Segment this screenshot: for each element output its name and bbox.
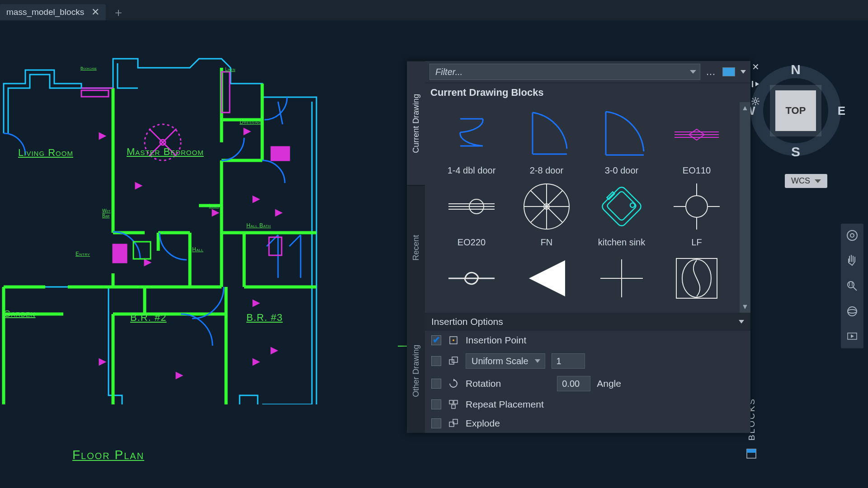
svg-line-72 [752,103,754,104]
side-tab-recent[interactable]: Recent [407,185,425,310]
room-label-living: Living Room [18,147,73,159]
pan-icon[interactable] [845,253,859,268]
palette-properties-icon[interactable] [745,447,758,462]
show-motion-icon[interactable] [845,329,859,344]
room-label-hall: Hall [192,246,203,253]
zoom-extents-icon[interactable] [845,279,859,293]
option-explode: Explode [425,414,750,433]
block-item-30-door[interactable]: 3-0 door [584,106,659,178]
room-label-hallbath: Hall Bath [246,222,271,229]
option-repeat: Repeat Placement [425,395,750,414]
side-tab-other-drawing[interactable]: Other Drawing [407,309,425,433]
block-item-kitchen-sink[interactable]: kitchen sink [584,178,659,249]
block-label: 3-0 door [605,165,639,176]
viewcube-north[interactable]: N [791,62,801,77]
svg-marker-63 [755,82,759,86]
scroll-up-icon[interactable]: ▲ [740,102,750,114]
block-label: FN [541,237,553,248]
svg-marker-44 [276,210,281,216]
room-label-bookcase: Bookcase [80,66,97,70]
room-label-dressing: Dressing [240,119,262,125]
explode-checkbox[interactable] [431,418,441,428]
repeat-checkbox[interactable] [431,399,441,409]
view-options-dropdown[interactable] [741,70,746,74]
block-item-28-door[interactable]: 2-8 door [509,106,584,178]
scroll-down-icon[interactable]: ▼ [740,301,750,313]
coordinate-system-dropdown[interactable]: WCS [785,174,827,188]
svg-marker-103 [529,260,565,296]
svg-marker-35 [99,133,105,139]
insertion-point-checkbox[interactable] [431,335,441,345]
rotation-label: Rotation [466,378,501,389]
chevron-down-icon[interactable] [690,70,696,74]
explode-label: Explode [466,418,500,429]
svg-marker-36 [136,183,141,188]
new-tab-button[interactable]: ＋ [110,4,127,20]
block-label: 2-8 door [530,165,564,176]
grid-scrollbar[interactable]: ▲ ▼ [740,102,750,313]
rotation-value-input[interactable]: 0.00 [557,376,590,391]
block-item-9[interactable] [434,249,509,311]
navigation-bar [841,224,863,348]
scale-icon [448,355,459,367]
block-item-eo110[interactable]: EO110 [659,106,734,178]
room-label-garden: Garden [4,309,36,319]
svg-marker-112 [453,379,455,381]
viewcube-south[interactable]: S [791,144,800,160]
repeat-icon [448,399,459,410]
scale-value-input[interactable]: 1 [552,353,585,369]
room-label-br2: B.R. #2 [130,312,166,324]
block-item-fn[interactable]: FN [509,178,584,249]
svg-rect-49 [271,147,289,160]
option-insertion-point: Insertion Point [425,331,750,350]
scale-checkbox[interactable] [431,356,441,366]
block-label: EO110 [683,165,711,176]
room-label-entry: Entry [75,251,90,257]
svg-point-64 [754,100,757,103]
insertion-point-icon [448,334,459,346]
svg-marker-42 [99,359,105,365]
svg-marker-39 [253,300,259,306]
document-tab[interactable]: mass_model_blocks ✕ [0,4,106,20]
thumbnail-style-icon[interactable] [722,67,735,76]
chevron-down-icon [739,320,744,324]
svg-marker-62 [752,81,753,87]
close-tab-icon[interactable]: ✕ [91,6,99,18]
block-label: kitchen sink [598,237,646,248]
steering-wheel-icon[interactable] [845,228,859,243]
close-palette-icon[interactable]: ✕ [750,61,761,73]
dock-palette-icon[interactable] [750,78,761,90]
browse-button[interactable]: … [706,66,717,78]
orbit-icon[interactable] [845,304,859,319]
insertion-options-header[interactable]: Insertion Options [425,313,750,331]
scale-mode-select[interactable]: Uniform Scale [466,353,545,369]
viewcube[interactable]: N S E W TOP [750,66,841,156]
block-item-10[interactable] [509,249,584,311]
svg-point-58 [848,307,857,316]
svg-rect-114 [454,400,458,404]
svg-point-53 [850,234,854,237]
palette-side-tabs: Current Drawing Recent Other Drawing [407,61,425,433]
viewcube-top-face[interactable]: TOP [775,90,816,131]
block-item-12[interactable] [659,249,734,311]
tab-title: mass_model_blocks [6,7,84,17]
rotation-icon [448,378,459,389]
room-label-linen2: Linen [209,203,219,208]
palette-settings-icon[interactable] [750,95,761,107]
filter-input[interactable]: Filter... [429,64,700,80]
svg-point-97 [686,196,708,217]
side-tab-current-drawing[interactable]: Current Drawing [407,61,425,185]
rotation-checkbox[interactable] [431,379,441,389]
block-item-eo220[interactable]: EO220 [434,178,509,249]
viewcube-east[interactable]: E [838,104,845,118]
section-title: Current Drawing Blocks [425,83,750,102]
svg-marker-37 [145,260,150,265]
svg-rect-74 [747,449,756,453]
coord-label: WCS [791,176,810,186]
block-label: 1-4 dbl door [448,165,496,176]
block-item-dbl-door[interactable]: 1-4 dbl door [434,106,509,178]
block-item-11[interactable] [584,249,659,311]
block-item-lf[interactable]: LF [659,178,734,249]
drawing-title: Floor Plan [72,448,144,462]
block-label: LF [691,237,702,248]
